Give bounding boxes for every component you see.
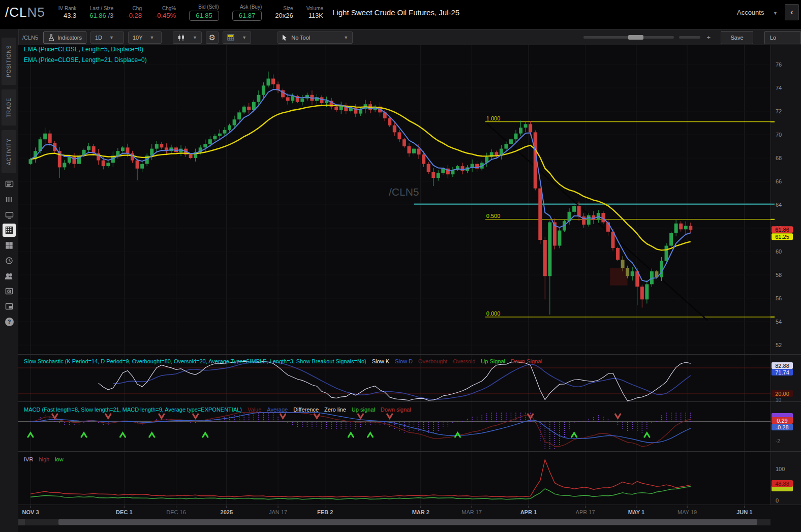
zoom-slider[interactable] <box>583 36 674 39</box>
accounts-dropdown[interactable]: Accounts ▼ <box>737 9 778 16</box>
sidebar-charts-button[interactable] <box>3 224 16 237</box>
candle-body <box>320 97 324 103</box>
candle-body <box>179 149 183 152</box>
price-tick-label: 62 <box>776 225 782 231</box>
candle-body <box>558 231 561 246</box>
zoom-slider-segment[interactable] <box>679 36 700 39</box>
sidebar-widget-button[interactable] <box>0 300 18 313</box>
sidebar-grid-button[interactable] <box>0 239 18 252</box>
sidebar-watchlist-button[interactable] <box>0 193 18 206</box>
candle-body <box>538 189 542 240</box>
candle-body <box>407 146 411 153</box>
chart-type-dropdown[interactable]: ▼ <box>173 32 202 44</box>
candle-body <box>582 216 586 225</box>
price-tick-label: 70 <box>776 132 782 138</box>
candle-body <box>106 163 110 166</box>
price-tick-label: 64 <box>776 202 782 208</box>
sidebar-calendar-button[interactable] <box>0 285 18 298</box>
candle-body <box>247 107 251 110</box>
macd-pane[interactable] <box>18 413 771 450</box>
collapse-panel-button[interactable]: ‹ <box>785 4 799 20</box>
tv-icon <box>5 211 14 219</box>
candle-body <box>165 147 168 151</box>
list-bars-icon <box>5 196 13 204</box>
svg-text:71.74: 71.74 <box>775 369 789 375</box>
indicators-button[interactable]: Indicators <box>43 32 86 44</box>
candle-body <box>650 271 654 284</box>
chevron-down-icon: ▼ <box>149 35 154 40</box>
chart-canvas[interactable]: /CLN51.0000.5000.000EMA (Price=CLOSE, Le… <box>0 0 801 532</box>
sidebar-history-button[interactable] <box>0 254 18 267</box>
zoom-slider-thumb[interactable] <box>628 35 643 40</box>
sidebar-tab-positions[interactable]: POSITIONS <box>2 38 16 85</box>
price-tick-label: 56 <box>776 295 782 301</box>
axis-badge: 61.86 <box>772 226 793 233</box>
zoom-in-button[interactable]: + <box>706 34 711 41</box>
axis-badge: 0.29 <box>772 417 793 424</box>
candle-body <box>490 152 494 157</box>
candle-body <box>563 221 566 230</box>
save-button[interactable]: Save <box>721 31 753 44</box>
time-label: DEC 1 <box>116 509 132 515</box>
candle-body <box>403 139 406 146</box>
candle-body <box>432 172 435 178</box>
sidebar-tv-button[interactable] <box>0 208 18 222</box>
bid-button[interactable]: 61.85 <box>189 11 219 21</box>
sidebar-quotes-button[interactable] <box>0 178 18 191</box>
candle-body <box>150 149 153 156</box>
candle-body <box>592 215 595 220</box>
time-label: MAY 1 <box>628 509 644 515</box>
legend: Slow Stochastic (K Period=14, D Period=9… <box>24 358 542 364</box>
price-tick-label: 66 <box>776 178 782 184</box>
candle-body <box>669 233 673 245</box>
stat-iv-rank: IV Rank 43.3 <box>58 5 77 20</box>
time-label: JUN 1 <box>736 509 752 515</box>
candle-body <box>121 147 125 151</box>
range-dropdown[interactable]: 10Y▼ <box>128 32 162 44</box>
ivr-pane[interactable] <box>30 460 691 499</box>
price-pane[interactable]: /CLN51.0000.5000.000 <box>29 72 771 321</box>
sidebar-community-button[interactable] <box>0 269 18 283</box>
candle-body <box>368 104 372 110</box>
sidebar-tab-activity[interactable]: ACTIVITY <box>2 130 16 173</box>
indicators-label: Indicators <box>57 35 82 41</box>
macd-histogram <box>40 413 691 450</box>
help-icon: ? <box>5 318 14 326</box>
axis-badge: 20.00 <box>772 390 793 397</box>
timeframe-dropdown[interactable]: 1D▼ <box>90 32 124 44</box>
instrument-title: Light Sweet Crude Oil Futures, Jul-25 <box>332 8 459 17</box>
header: /CLN5 IV Rank 43.3 Last / Size 61.86 /3 … <box>0 0 801 24</box>
macd-up-signal-arrow <box>644 433 650 437</box>
macd-value-line <box>30 413 691 447</box>
candle-body <box>354 108 357 114</box>
candle-body <box>534 132 537 188</box>
horizontal-scrollbar[interactable] <box>18 519 771 525</box>
candle-body <box>223 130 227 134</box>
candle-body <box>466 167 469 171</box>
price-tick-label: 68 <box>776 155 782 161</box>
macd-up-signal-arrow <box>149 433 155 437</box>
volume-label: Volume <box>306 5 323 12</box>
svg-text:48.88: 48.88 <box>775 481 789 487</box>
sidebar-tab-trade[interactable]: TRADE <box>2 89 16 126</box>
candle-body <box>34 151 37 159</box>
load-button[interactable]: Lo <box>764 31 801 44</box>
candle-body <box>378 107 382 113</box>
time-label: FEB 2 <box>317 509 333 515</box>
axis-badge: 82.88 <box>772 362 793 369</box>
ask-button[interactable]: 61.87 <box>232 11 262 21</box>
candle-body <box>471 164 474 168</box>
chart-settings-button[interactable]: ⚙ <box>206 32 219 44</box>
candle-body <box>262 85 265 95</box>
candle-body <box>349 108 353 111</box>
stochastic-pane[interactable] <box>18 361 771 401</box>
candle-body <box>660 261 663 277</box>
drawing-tool-dropdown[interactable]: No Tool ▼ <box>278 32 353 44</box>
sidebar-help-button[interactable]: ? <box>0 315 18 328</box>
candle-body <box>68 157 71 163</box>
candle-body <box>363 104 367 109</box>
layout-dropdown[interactable]: ▼ <box>223 32 251 44</box>
volume-value: 113K <box>309 12 323 20</box>
candle-body <box>131 153 134 161</box>
candle-body <box>635 271 639 287</box>
